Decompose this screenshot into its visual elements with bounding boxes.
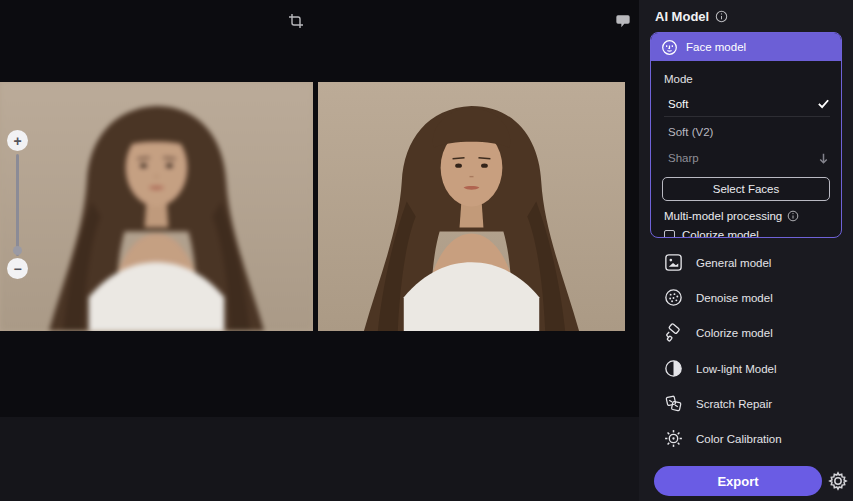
zoom-in-button[interactable]: + bbox=[7, 130, 28, 151]
mode-option-label: Sharp bbox=[664, 152, 699, 164]
face-model-label: Face model bbox=[686, 41, 746, 53]
model-item-label: Scratch Repair bbox=[696, 398, 772, 410]
photo-enhancer-app: + − Preview + bbox=[0, 0, 853, 501]
export-button[interactable]: Export bbox=[654, 466, 822, 496]
colorize-checkbox-label: Colorize model bbox=[682, 229, 759, 238]
gear-icon[interactable] bbox=[827, 470, 849, 492]
model-item-label: Color Calibration bbox=[696, 433, 782, 445]
mode-option-label: Soft (V2) bbox=[664, 126, 713, 138]
colorize-model-checkbox-row[interactable]: Colorize model bbox=[664, 229, 759, 238]
arrow-down-icon bbox=[817, 152, 830, 165]
low-light-model-icon bbox=[663, 358, 684, 379]
model-item-label: Denoise model bbox=[696, 292, 773, 304]
multi-model-label: Multi-model processing bbox=[664, 210, 782, 222]
mode-label: Mode bbox=[664, 73, 693, 85]
model-item-color-calibration[interactable]: Color Calibration bbox=[663, 428, 782, 449]
model-item-low-light[interactable]: Low-light Model bbox=[663, 358, 777, 379]
model-item-label: Colorize model bbox=[696, 327, 773, 339]
mode-option-sharp[interactable]: Sharp bbox=[664, 145, 830, 171]
mode-option-label: Soft bbox=[664, 98, 688, 110]
mode-option-soft-v2[interactable]: Soft (V2) bbox=[664, 119, 830, 145]
general-model-icon bbox=[663, 252, 684, 273]
checkbox-unchecked[interactable] bbox=[664, 230, 675, 239]
info-icon[interactable] bbox=[787, 210, 799, 222]
image-after bbox=[318, 82, 625, 331]
multi-model-row: Multi-model processing bbox=[664, 210, 799, 222]
panel-title: AI Model bbox=[655, 9, 709, 24]
scratch-repair-icon bbox=[663, 393, 684, 414]
model-item-label: General model bbox=[696, 257, 771, 269]
zoom-slider-thumb[interactable] bbox=[13, 246, 22, 255]
model-item-scratch-repair[interactable]: Scratch Repair bbox=[663, 393, 772, 414]
bottom-bar: Preview + bbox=[0, 417, 639, 501]
face-model-card: Face model Mode Soft Soft (V2) Sharp Sel… bbox=[650, 32, 842, 238]
select-faces-button[interactable]: Select Faces bbox=[662, 177, 830, 201]
model-item-colorize[interactable]: Colorize model bbox=[663, 322, 773, 343]
feedback-icon[interactable] bbox=[615, 13, 631, 29]
crop-icon[interactable] bbox=[288, 13, 304, 29]
zoom-out-button[interactable]: − bbox=[7, 258, 28, 279]
panel-header: AI Model bbox=[655, 9, 728, 24]
face-model-header[interactable]: Face model bbox=[651, 33, 841, 61]
colorize-model-icon bbox=[663, 322, 684, 343]
check-icon bbox=[817, 97, 830, 110]
denoise-model-icon bbox=[663, 287, 684, 308]
info-icon[interactable] bbox=[715, 10, 728, 23]
image-before bbox=[0, 82, 313, 331]
model-item-general[interactable]: General model bbox=[663, 252, 771, 273]
color-calibration-icon bbox=[663, 428, 684, 449]
ai-model-panel: AI Model Face model Mode Soft bbox=[639, 0, 853, 501]
model-item-label: Low-light Model bbox=[696, 363, 777, 375]
mode-option-soft[interactable]: Soft bbox=[664, 91, 830, 117]
zoom-control: + − bbox=[6, 130, 30, 280]
face-model-icon bbox=[661, 39, 678, 56]
workspace-canvas: + − Preview + bbox=[0, 0, 639, 501]
model-item-denoise[interactable]: Denoise model bbox=[663, 287, 773, 308]
zoom-slider-track[interactable] bbox=[16, 154, 19, 256]
